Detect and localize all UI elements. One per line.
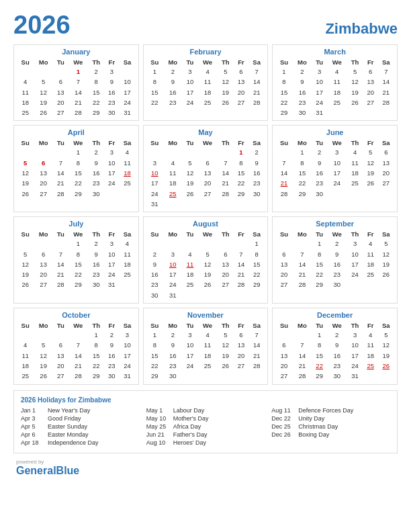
month-table: SuMoTuWeThFrSa12345678910111213141516171…: [17, 230, 136, 290]
calendar-day: 7: [293, 249, 312, 259]
day-header: Sa: [119, 230, 135, 238]
calendar-day: [234, 290, 248, 300]
calendar-day: 7: [53, 158, 68, 168]
calendar-day: 2: [327, 330, 347, 340]
calendar-day: 28: [53, 189, 68, 199]
country-title: Zimbabwe: [325, 20, 398, 38]
calendar-day: 19: [197, 269, 217, 279]
calendar-day: 20: [34, 178, 53, 188]
calendar-day: 25: [17, 371, 34, 381]
calendar-day: 25: [119, 178, 135, 188]
day-header: Su: [146, 321, 163, 330]
day-header: Th: [218, 230, 234, 238]
calendar-day: 6: [53, 340, 68, 350]
calendar-day: [34, 238, 53, 249]
calendar-day: [53, 66, 68, 77]
month-title: February: [146, 48, 265, 56]
holiday-item: May 1Labour Day: [146, 407, 265, 414]
calendar-day: 30: [248, 189, 265, 199]
calendar-day: 10: [347, 249, 363, 259]
calendar-day: [378, 189, 394, 199]
calendar-day: 1: [312, 238, 327, 249]
calendar-day: 4: [163, 158, 183, 168]
calendar-day: 1: [146, 330, 163, 340]
calendar-day: 20: [275, 361, 292, 371]
day-header: Su: [17, 321, 34, 330]
calendar-day: 24: [312, 97, 327, 107]
holiday-item: Dec 25Christmas Day: [271, 423, 390, 430]
day-header: Tu: [312, 321, 327, 330]
day-header: We: [327, 230, 347, 238]
calendar-day: 23: [88, 269, 104, 279]
brand-name: GeneralBlue: [16, 465, 79, 477]
calendar-day: [146, 147, 163, 157]
calendar-day: 18: [347, 168, 363, 178]
calendar-day: [275, 330, 292, 340]
calendar-day: [17, 147, 34, 157]
calendar-day: 1: [68, 238, 88, 249]
calendar-day: 8: [88, 77, 104, 87]
calendar-day: 25: [197, 361, 217, 371]
calendar-day: 23: [104, 97, 119, 107]
calendar-day: 10: [104, 249, 119, 259]
month-block-october: OctoberSuMoTuWeThFrSa1234567891011121314…: [13, 308, 139, 384]
day-header: Fr: [363, 58, 378, 66]
calendar-day: 15: [146, 351, 163, 361]
calendar-day: 13: [363, 77, 378, 87]
calendar-day: 26: [34, 107, 53, 118]
calendar-day: 14: [248, 77, 265, 87]
calendar-day: 22: [293, 178, 312, 188]
day-header: Fr: [234, 138, 248, 147]
calendar-day: 1: [275, 66, 292, 77]
calendar-day: 15: [312, 351, 327, 361]
calendar-day: 19: [218, 87, 234, 97]
calendar-day: 20: [53, 97, 68, 107]
calendar-day: 29: [293, 189, 312, 199]
calendar-day: [53, 147, 68, 157]
day-header: Fr: [234, 58, 248, 66]
calendar-day: 31: [119, 371, 135, 381]
calendar-day: 23: [327, 269, 347, 279]
calendar-day: 20: [197, 178, 217, 188]
calendar-day: 14: [53, 168, 68, 178]
calendar-day: 3: [327, 147, 347, 157]
calendar-day: 27: [378, 178, 394, 188]
month-block-june: JuneSuMoTuWeThFrSa1234567891011121314151…: [272, 125, 398, 212]
calendar-day: 22: [146, 97, 163, 107]
month-table: SuMoTuWeThFrSa12345678910111213141516171…: [146, 138, 265, 209]
calendar-day: 27: [53, 371, 68, 381]
calendar-day: 3: [104, 66, 119, 77]
day-header: Th: [347, 138, 363, 147]
day-header: Th: [88, 230, 104, 238]
day-header: We: [197, 58, 217, 66]
calendar-day: 21: [68, 97, 88, 107]
calendar-day: 30: [104, 107, 119, 118]
calendar-day: 10: [146, 168, 163, 178]
day-header: Tu: [53, 58, 68, 66]
calendar-day: 14: [68, 351, 88, 361]
day-header: Su: [17, 138, 34, 147]
calendar-day: 6: [234, 330, 248, 340]
calendar-day: [197, 371, 217, 381]
brand-general: General: [16, 465, 56, 476]
calendar-day: 18: [327, 87, 347, 97]
calendar-day: 27: [234, 361, 248, 371]
calendar-day: [293, 330, 312, 340]
calendar-day: 29: [312, 279, 327, 290]
calendar-day: [293, 238, 312, 249]
calendar-day: [163, 147, 183, 157]
calendar-day: 9: [248, 158, 265, 168]
calendar-day: 21: [53, 178, 68, 188]
day-header: Tu: [53, 138, 68, 147]
month-title: January: [17, 48, 136, 56]
month-title: August: [146, 220, 265, 228]
calendar-day: 26: [363, 178, 378, 188]
calendar-day: 3: [183, 66, 198, 77]
calendar-day: 3: [163, 249, 183, 259]
calendar-day: 12: [363, 158, 378, 168]
day-header: We: [327, 321, 347, 330]
calendar-day: 13: [378, 158, 394, 168]
calendar-day: 18: [17, 97, 34, 107]
day-header: Fr: [104, 321, 119, 330]
calendar-day: 3: [347, 330, 363, 340]
